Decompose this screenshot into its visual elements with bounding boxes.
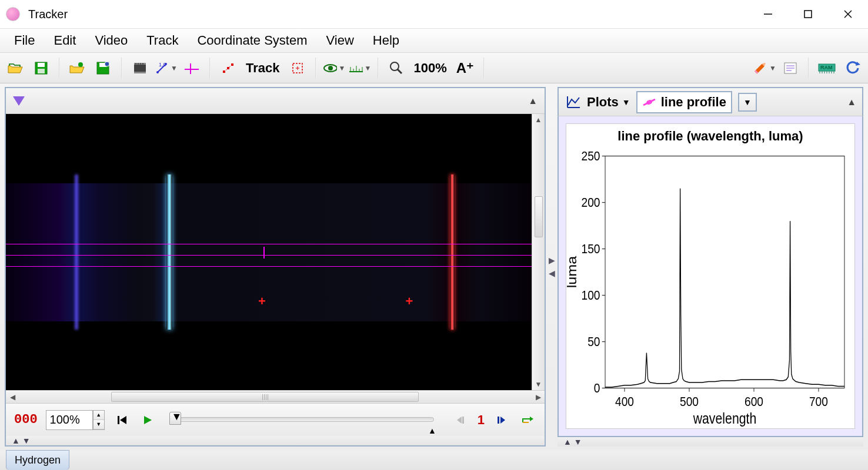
- new-track-button[interactable]: [216, 56, 240, 80]
- svg-point-31: [328, 66, 333, 70]
- splitter-left-icon[interactable]: ◀: [549, 268, 555, 278]
- step-back-button[interactable]: [452, 411, 469, 429]
- refresh-button[interactable]: [841, 56, 864, 80]
- track-points-icon: [221, 61, 235, 75]
- line-profile-overlay[interactable]: [6, 266, 532, 267]
- save-tabset-icon: [95, 61, 112, 76]
- track-label[interactable]: Track: [242, 61, 283, 76]
- tab-hydrogen[interactable]: Hydrogen: [6, 450, 69, 470]
- svg-point-16: [140, 63, 141, 64]
- svg-marker-59: [144, 416, 152, 424]
- horizontal-scrollbar[interactable]: ◀ ▶: [6, 390, 545, 403]
- chevron-down-icon: ▼: [365, 64, 372, 72]
- svg-marker-60: [457, 417, 462, 424]
- font-size-button[interactable]: A⁺: [453, 60, 478, 76]
- rate-up-button[interactable]: ▲: [94, 411, 104, 420]
- pane-splitter-bottom[interactable]: ▲ ▼: [557, 437, 863, 446]
- step-size[interactable]: 1: [478, 412, 485, 428]
- svg-text:250: 250: [582, 149, 600, 163]
- track-dropdown-button[interactable]: ▼: [738, 93, 757, 112]
- track-selector[interactable]: line profile: [636, 91, 732, 113]
- line-profile-overlay[interactable]: [6, 255, 532, 256]
- skip-start-icon: [116, 414, 128, 426]
- expand-up-icon[interactable]: ▲: [563, 437, 572, 446]
- svg-rect-1: [804, 11, 812, 18]
- close-button[interactable]: [828, 0, 868, 28]
- collapse-up-icon[interactable]: ▲: [528, 96, 538, 106]
- svg-text:100: 100: [582, 288, 600, 303]
- visibility-button[interactable]: ▼: [322, 56, 346, 80]
- scroll-right-icon[interactable]: ▶: [532, 391, 545, 403]
- collapse-up-icon[interactable]: ▲: [847, 97, 856, 108]
- menu-coord-system[interactable]: Coordinate System: [188, 29, 316, 52]
- tab-bar: Hydrogen: [0, 450, 868, 470]
- plot-title: line profile (wavelength, luma): [566, 124, 854, 149]
- svg-text:wavelength: wavelength: [693, 410, 757, 427]
- video-canvas[interactable]: + +: [6, 114, 532, 390]
- frame-counter[interactable]: 000: [14, 412, 38, 427]
- notes-button[interactable]: [779, 56, 802, 80]
- rate-down-button[interactable]: ▼: [94, 420, 104, 429]
- axes-icon: [183, 61, 200, 75]
- line-profile-overlay[interactable]: [6, 244, 532, 244]
- svg-marker-64: [530, 417, 533, 421]
- pane-splitter-vertical[interactable]: ▶ ◀: [548, 83, 555, 450]
- loop-icon: [520, 414, 535, 426]
- scroll-down-icon[interactable]: ▼: [532, 378, 545, 390]
- timeline-slider[interactable]: ▼ ▲: [165, 411, 443, 429]
- out-marker[interactable]: ▲: [428, 426, 436, 435]
- svg-point-15: [138, 63, 139, 64]
- save-button[interactable]: [29, 56, 53, 80]
- expand-down-icon[interactable]: ▼: [22, 436, 31, 445]
- axes-button[interactable]: [180, 56, 203, 80]
- save-tabset-button[interactable]: [92, 56, 115, 80]
- menu-video[interactable]: Video: [85, 29, 137, 52]
- menu-track[interactable]: Track: [137, 29, 188, 52]
- svg-point-14: [135, 63, 136, 64]
- window-title: Tracker: [28, 8, 68, 21]
- reset-button[interactable]: [113, 411, 131, 429]
- menu-help[interactable]: Help: [363, 29, 409, 52]
- titlebar: Tracker: [0, 0, 868, 28]
- splitter-right-icon[interactable]: ▶: [549, 256, 555, 265]
- play-button[interactable]: [139, 411, 156, 429]
- in-marker[interactable]: ▼: [172, 411, 182, 423]
- autotracker-button[interactable]: [286, 56, 309, 80]
- track-menu-icon[interactable]: [13, 96, 25, 106]
- step-forward-button[interactable]: [493, 411, 510, 429]
- expand-down-icon[interactable]: ▼: [574, 437, 582, 446]
- scroll-thumb[interactable]: [535, 196, 543, 237]
- open-button[interactable]: [4, 56, 27, 80]
- loop-button[interactable]: [519, 411, 536, 429]
- svg-marker-58: [120, 416, 126, 424]
- maximize-button[interactable]: [788, 0, 828, 28]
- svg-point-10: [105, 62, 109, 66]
- minimize-button[interactable]: [748, 0, 788, 28]
- clip-settings-button[interactable]: [128, 56, 152, 80]
- menu-view[interactable]: View: [317, 29, 363, 52]
- svg-rect-5: [38, 63, 45, 67]
- ruler-button[interactable]: ▼: [348, 56, 372, 80]
- zoom-button[interactable]: [385, 56, 408, 80]
- plots-dropdown[interactable]: Plots ▼: [587, 95, 630, 110]
- svg-point-20: [156, 71, 159, 73]
- plot-area[interactable]: line profile (wavelength, luma) 05010015…: [566, 123, 855, 429]
- calibration-point-1[interactable]: +: [258, 294, 266, 309]
- menu-edit[interactable]: Edit: [44, 29, 85, 52]
- drawing-button[interactable]: ▼: [753, 56, 776, 80]
- scroll-left-icon[interactable]: ◀: [6, 391, 19, 403]
- svg-line-39: [398, 69, 402, 73]
- zoom-level[interactable]: 100%: [410, 61, 450, 76]
- line-profile-handle[interactable]: [263, 247, 265, 258]
- open-video-button[interactable]: [66, 56, 89, 80]
- vertical-scrollbar[interactable]: ▲ ▼: [532, 114, 545, 390]
- memory-button[interactable]: RAM: [815, 56, 839, 80]
- scroll-thumb[interactable]: [111, 392, 419, 402]
- pane-splitter-bottom[interactable]: ▲ ▼: [6, 436, 545, 445]
- menu-file[interactable]: File: [5, 29, 44, 52]
- play-rate-input[interactable]: [46, 410, 93, 430]
- calibration-button[interactable]: 1.0 ▼: [154, 56, 178, 80]
- expand-up-icon[interactable]: ▲: [12, 436, 20, 445]
- calibration-point-2[interactable]: +: [405, 294, 413, 309]
- scroll-up-icon[interactable]: ▲: [532, 114, 545, 126]
